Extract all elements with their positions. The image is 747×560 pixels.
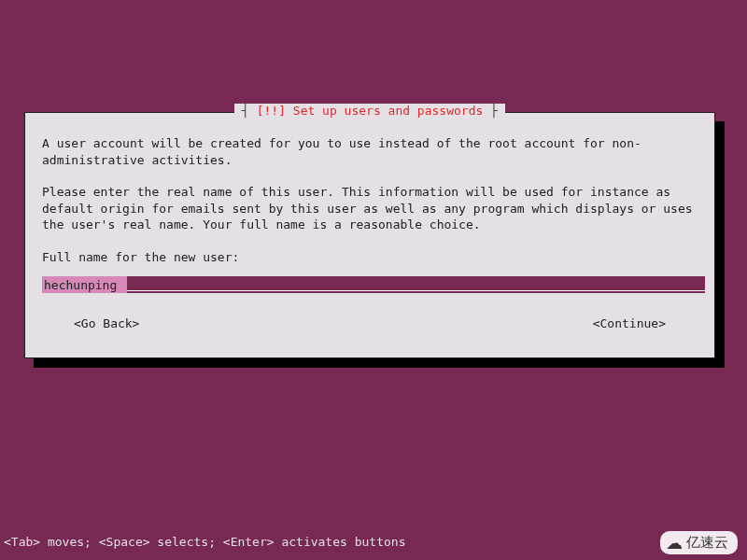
intro-paragraph-1: A user account will be created for you t…	[42, 135, 698, 168]
continue-button[interactable]: <Continue>	[593, 315, 666, 332]
title-border-left: ┤	[242, 104, 257, 118]
dialog-title: [!!] Set up users and passwords	[257, 104, 484, 118]
fullname-input-value: hechunping	[42, 276, 119, 293]
dialog-title-wrap: ┤ [!!] Set up users and passwords ├	[234, 104, 505, 118]
intro-paragraph-2: Please enter the real name of this user.…	[42, 184, 698, 233]
dialog-buttons: <Go Back> <Continue>	[42, 315, 698, 332]
watermark-text: 亿速云	[686, 534, 728, 552]
title-border-right: ├	[483, 104, 498, 118]
help-bar: <Tab> moves; <Space> selects; <Enter> ac…	[4, 535, 405, 549]
fullname-prompt: Full name for the new user:	[42, 249, 698, 266]
go-back-button[interactable]: <Go Back>	[74, 315, 139, 332]
watermark: ☁ 亿速云	[660, 531, 738, 554]
fullname-input[interactable]: hechunping	[42, 276, 705, 293]
input-caret	[119, 276, 127, 293]
input-underline	[127, 276, 705, 291]
dialog-content: A user account will be created for you t…	[25, 113, 714, 347]
setup-users-dialog: ┤ [!!] Set up users and passwords ├ A us…	[24, 112, 715, 358]
cloud-icon: ☁	[666, 535, 683, 552]
